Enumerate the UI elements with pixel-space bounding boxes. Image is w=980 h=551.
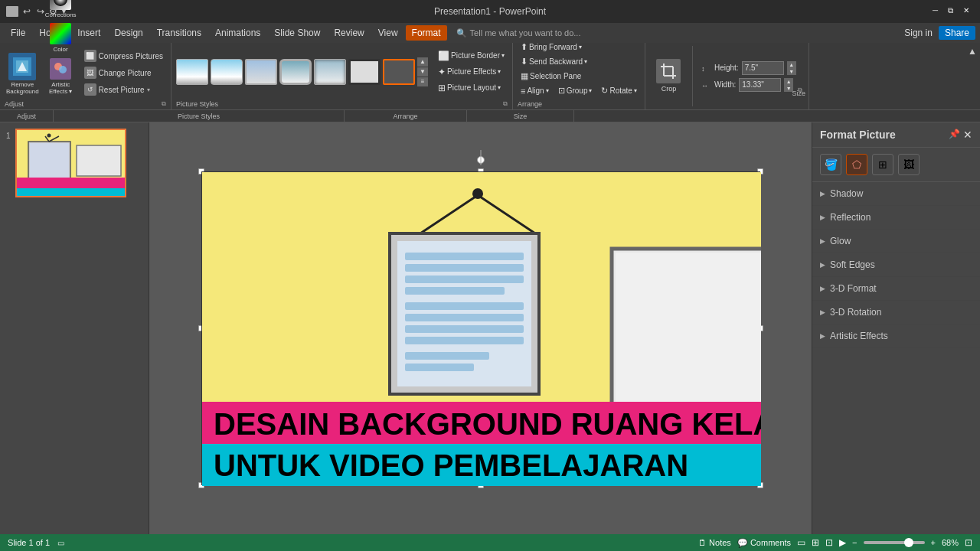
height-up[interactable]: ▲ xyxy=(787,61,796,68)
ribbon-picture-styles-group: ▲ ▼ ≡ ⬜ Picture Border ▾ ✦ Picture Effec… xyxy=(172,43,513,109)
corrections-btn[interactable]: Corrections xyxy=(44,0,78,20)
layout-dropdown[interactable]: ▾ xyxy=(498,84,501,91)
slide-canvas[interactable]: DESAIN BACKGROUND RUANG KELAS UNTUK VIDE… xyxy=(201,171,760,485)
rotate-dropdown[interactable]: ▾ xyxy=(634,87,637,94)
gallery-up-btn[interactable]: ▲ xyxy=(417,57,428,67)
rotate-connector xyxy=(480,150,481,165)
search-icon: 🔍 xyxy=(456,28,467,38)
bring-forward-btn[interactable]: ⬆ Bring Forward ▾ xyxy=(518,41,585,54)
view-slide-btn[interactable]: ⊞ xyxy=(812,537,819,548)
ribbon-collapse-btn[interactable]: ▲ xyxy=(965,43,980,109)
sb-dropdown[interactable]: ▾ xyxy=(584,58,587,65)
fill-effects-tab[interactable]: 🪣 xyxy=(820,154,841,175)
artistic-effects-btn[interactable]: ArtisticEffects ▾ xyxy=(44,57,78,97)
soft-edges-expand: ▶ xyxy=(820,261,825,269)
height-spinner[interactable]: ▲ ▼ xyxy=(787,61,796,75)
align-btn[interactable]: ≡ Align ▾ xyxy=(518,84,552,97)
reset-dropdown[interactable]: ▾ xyxy=(147,86,150,93)
remove-background-btn[interactable]: RemoveBackground xyxy=(5,51,41,97)
rotate-btn[interactable]: ↻ Rotate ▾ xyxy=(598,84,639,97)
zoom-slider[interactable] xyxy=(864,541,925,544)
compress-pictures-btn[interactable]: ⬜ Compress Pictures xyxy=(81,48,166,64)
bf-dropdown[interactable]: ▾ xyxy=(579,44,582,51)
close-btn[interactable]: ✕ xyxy=(963,6,974,17)
color-btn[interactable]: Color xyxy=(44,21,78,55)
menu-slideshow[interactable]: Slide Show xyxy=(268,25,326,41)
picture-border-btn[interactable]: ⬜ Picture Border ▾ xyxy=(435,49,508,63)
shadow-section[interactable]: ▶ Shadow xyxy=(812,182,980,206)
3d-rotation-expand: ▶ xyxy=(820,308,825,316)
selection-pane-btn[interactable]: ▦ Selection Pane xyxy=(518,70,584,83)
fit-slide-btn[interactable]: ⊡ xyxy=(965,537,972,548)
soft-edges-section[interactable]: ▶ Soft Edges xyxy=(812,253,980,277)
sign-in-btn[interactable]: Sign in xyxy=(904,28,933,38)
effects-tab[interactable]: ⬠ xyxy=(846,154,867,175)
width-input[interactable] xyxy=(739,78,781,92)
picture-effects-btn[interactable]: ✦ Picture Effects ▾ xyxy=(435,65,508,79)
slide-thumbnail[interactable] xyxy=(15,129,126,197)
zoom-plus-btn[interactable]: + xyxy=(931,538,936,547)
border-dropdown[interactable]: ▾ xyxy=(501,52,505,59)
svg-point-16 xyxy=(47,134,51,138)
adjust-label: Adjust xyxy=(5,100,24,108)
gallery-down-btn[interactable]: ▼ xyxy=(417,67,428,77)
reset-picture-btn[interactable]: ↺ Reset Picture ▾ xyxy=(81,82,166,97)
send-backward-btn[interactable]: ⬇ Send Backward ▾ xyxy=(518,55,590,68)
adjust-expand[interactable]: ⧉ xyxy=(162,100,166,108)
menu-review[interactable]: Review xyxy=(328,25,370,41)
format-panel-close-btn[interactable]: ✕ xyxy=(963,129,972,141)
format-panel-pin[interactable]: 📌 xyxy=(949,129,960,141)
group-dropdown[interactable]: ▾ xyxy=(589,87,592,94)
zoom-level[interactable]: 68% xyxy=(942,538,959,547)
effects-dropdown[interactable]: ▾ xyxy=(498,68,501,75)
menu-format[interactable]: Format xyxy=(406,25,447,41)
view-normal-icon[interactable]: ▭ xyxy=(57,539,64,547)
svg-text:DESAIN BACKGROUND RUANG KELAS: DESAIN BACKGROUND RUANG KELAS xyxy=(214,407,761,441)
group-icon: ⊡ xyxy=(558,86,565,96)
style-thumb-2[interactable] xyxy=(211,59,243,85)
artistic-effects-section[interactable]: ▶ Artistic Effects xyxy=(812,324,980,348)
align-dropdown[interactable]: ▾ xyxy=(546,87,549,94)
style-thumb-5[interactable] xyxy=(314,59,346,85)
format-panel-icons: 🪣 ⬠ ⊞ 🖼 xyxy=(812,148,980,182)
share-btn[interactable]: Share xyxy=(939,26,975,40)
width-up[interactable]: ▲ xyxy=(784,78,793,85)
restore-btn[interactable]: ⧉ xyxy=(948,6,959,17)
3d-rotation-section[interactable]: ▶ 3-D Rotation xyxy=(812,301,980,324)
view-slideshow-btn[interactable]: ▶ xyxy=(839,537,846,548)
style-thumb-4[interactable] xyxy=(279,59,312,85)
picture-layout-btn[interactable]: ⊞ Picture Layout ▾ xyxy=(435,81,508,95)
layout-tab[interactable]: ⊞ xyxy=(872,154,893,175)
view-normal-btn[interactable]: ▭ xyxy=(797,537,805,548)
menu-view[interactable]: View xyxy=(372,25,404,41)
remove-bg-label: RemoveBackground xyxy=(6,82,39,96)
tell-me-area[interactable]: 🔍 Tell me what you want to do... xyxy=(456,28,581,38)
soft-edges-label: Soft Edges xyxy=(830,259,875,270)
notes-btn[interactable]: 🗒 Notes xyxy=(698,538,731,547)
reflection-section[interactable]: ▶ Reflection xyxy=(812,206,980,230)
height-row: ↕ Height: ▲ ▼ xyxy=(701,61,796,75)
3d-format-section[interactable]: ▶ 3-D Format xyxy=(812,277,980,301)
comments-btn[interactable]: 💬 Comments xyxy=(737,538,791,548)
change-picture-btn[interactable]: 🖼 Change Picture xyxy=(81,65,166,80)
picture-styles-expand[interactable]: ⧉ xyxy=(503,100,508,108)
border-icon: ⬜ xyxy=(438,51,449,61)
crop-label: Crop xyxy=(662,85,677,93)
zoom-minus-btn[interactable]: − xyxy=(852,538,857,547)
crop-btn[interactable]: Crop xyxy=(652,57,686,95)
image-tab[interactable]: 🖼 xyxy=(898,154,920,175)
width-row: ↔ Width: ▲ ▼ xyxy=(701,78,796,92)
gallery-more-btn[interactable]: ≡ xyxy=(417,77,428,86)
style-thumb-3[interactable] xyxy=(245,59,277,85)
minimize-btn[interactable]: ─ xyxy=(933,6,943,17)
group-btn[interactable]: ⊡ Group ▾ xyxy=(555,84,596,97)
style-thumb-6[interactable] xyxy=(348,59,381,85)
styles-section-label: Picture Styles xyxy=(54,110,345,122)
style-thumb-7[interactable] xyxy=(383,59,415,85)
style-thumb-1[interactable] xyxy=(176,59,208,85)
height-down[interactable]: ▼ xyxy=(787,68,796,75)
view-reading-btn[interactable]: ⊡ xyxy=(825,537,833,548)
menu-animations[interactable]: Animations xyxy=(209,25,266,41)
glow-section[interactable]: ▶ Glow xyxy=(812,230,980,253)
height-input[interactable] xyxy=(742,61,784,75)
